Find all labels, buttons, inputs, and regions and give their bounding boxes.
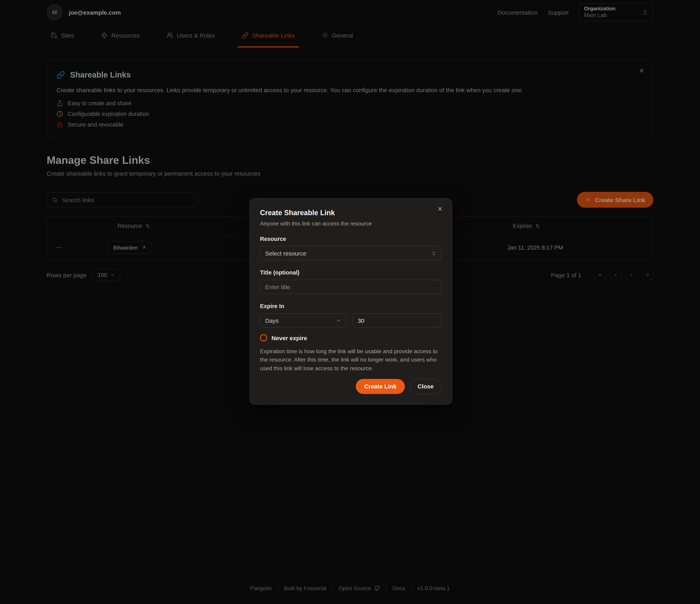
dialog-title: Create Shareable Link xyxy=(260,209,442,217)
title-field-label: Title (optional) xyxy=(260,269,442,276)
expire-unit-value: Days xyxy=(265,317,279,324)
expire-in-label: Expire In xyxy=(260,303,442,309)
expire-unit-select[interactable]: Days xyxy=(260,313,346,327)
resource-select-placeholder: Select resource xyxy=(265,250,306,257)
chevrons-up-down-icon xyxy=(431,251,436,256)
expiration-help-text: Expiration time is how long the link wil… xyxy=(260,347,442,373)
app-root: M joe@example.com Documentation Support … xyxy=(0,0,700,604)
resource-select[interactable]: Select resource xyxy=(260,246,442,260)
expire-value-field xyxy=(353,313,442,327)
dialog-subtitle: Anyone with this link can access the res… xyxy=(260,220,442,227)
title-field xyxy=(260,280,442,294)
chevron-down-icon xyxy=(336,318,341,323)
radio-unchecked-icon xyxy=(260,334,267,341)
never-expire-option[interactable]: Never expire xyxy=(260,334,442,341)
dialog-close-icon[interactable] xyxy=(437,206,443,212)
create-shareable-link-dialog: Create Shareable Link Anyone with this l… xyxy=(249,198,452,405)
create-link-button[interactable]: Create Link xyxy=(356,379,405,394)
resource-field-label: Resource xyxy=(260,236,442,242)
title-input[interactable] xyxy=(265,283,436,290)
never-expire-label: Never expire xyxy=(272,335,307,341)
expire-value-input[interactable] xyxy=(358,317,436,324)
close-button[interactable]: Close xyxy=(409,379,442,394)
